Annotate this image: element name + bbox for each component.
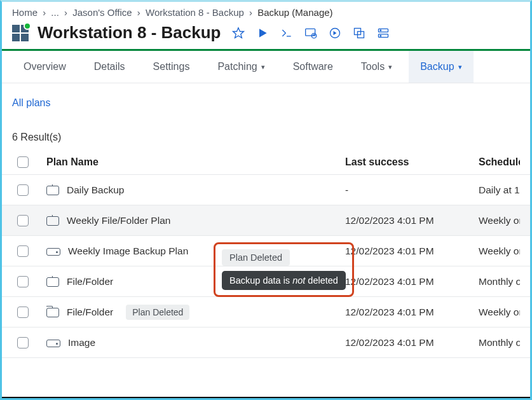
plan-deleted-callout: Plan Deleted Backup data is not deleted: [214, 242, 354, 297]
schedule: Daily at 1:0: [479, 184, 520, 196]
last-success: 12/02/2023 4:01 PM: [345, 337, 479, 348]
last-success: -: [345, 184, 479, 196]
row-checkbox[interactable]: [17, 276, 29, 287]
windows-duplicate-icon[interactable]: [353, 27, 365, 39]
schedule: Weekly on: [479, 307, 520, 318]
plan-name: Weekly Image Backup Plan: [68, 245, 188, 257]
drive-icon: [46, 340, 60, 347]
plan-deleted-badge: Plan Deleted: [126, 305, 189, 320]
table-row[interactable]: Daily Backup - Daily at 1:0: [2, 175, 530, 205]
schedule: Monthly o: [479, 337, 520, 348]
chevron-down-icon: ▾: [458, 63, 462, 71]
chevron-down-icon: ▾: [388, 63, 392, 71]
folder-icon: [46, 277, 59, 287]
result-count: 6 Result(s): [2, 113, 530, 149]
row-checkbox[interactable]: [17, 337, 29, 348]
folder-icon: [46, 308, 59, 317]
svg-point-10: [380, 30, 381, 31]
subnav: All plans: [2, 83, 530, 113]
title-bar: Workstation 8 - Backup: [2, 22, 530, 51]
row-checkbox[interactable]: [17, 245, 29, 257]
link-all-plans[interactable]: All plans: [12, 97, 50, 108]
table-row[interactable]: Image 12/02/2023 4:01 PM Monthly o: [2, 328, 530, 358]
crumb-ellipsis[interactable]: ...: [51, 7, 59, 18]
col-last-success[interactable]: Last success: [345, 156, 479, 168]
remote-desktop-icon[interactable]: [304, 27, 317, 39]
last-success: 12/02/2023 4:01 PM: [345, 307, 479, 318]
tab-patching[interactable]: Patching▾: [206, 51, 276, 83]
crumb-home[interactable]: Home: [12, 7, 38, 18]
plan-name: File/Folder: [67, 307, 113, 318]
tab-tools[interactable]: Tools▾: [350, 51, 404, 83]
tabs: Overview Details Settings Patching▾ Soft…: [2, 51, 530, 83]
table-row[interactable]: File/Folder Plan Deleted 12/02/2023 4:01…: [2, 297, 530, 328]
tab-software[interactable]: Software: [282, 51, 344, 83]
col-schedule[interactable]: Schedule: [479, 156, 520, 168]
status-online-icon: [24, 22, 31, 30]
col-plan-name[interactable]: Plan Name: [46, 156, 345, 168]
schedule: Monthly o: [479, 276, 520, 287]
row-checkbox[interactable]: [17, 307, 29, 318]
breadcrumb: Home › ... › Jason's Office › Workstatio…: [2, 2, 530, 22]
plan-name: Image: [68, 337, 95, 348]
sync-icon[interactable]: [329, 27, 341, 39]
folder-icon: [46, 186, 59, 195]
plan-name: Daily Backup: [67, 184, 124, 196]
tab-overview[interactable]: Overview: [12, 51, 78, 83]
crumb-current: Backup (Manage): [257, 7, 332, 18]
last-success: 12/02/2023 4:01 PM: [345, 245, 479, 257]
tab-settings[interactable]: Settings: [142, 51, 201, 83]
crumb-site[interactable]: Jason's Office: [72, 7, 132, 18]
plan-name: File/Folder: [67, 276, 113, 287]
drive-icon: [46, 248, 60, 256]
plan-name: Weekly File/Folder Plan: [67, 215, 170, 226]
page-title: Workstation 8 - Backup: [38, 23, 221, 43]
table-header: Plan Name Last success Schedule: [2, 149, 530, 175]
folder-icon: [46, 216, 59, 226]
plan-deleted-badge[interactable]: Plan Deleted: [222, 249, 290, 266]
svg-marker-1: [259, 29, 267, 37]
schedule: Weekly on: [479, 215, 520, 226]
tab-backup[interactable]: Backup▾: [409, 51, 473, 83]
last-success: 12/02/2023 4:01 PM: [345, 215, 479, 226]
play-icon[interactable]: [256, 27, 269, 39]
chevron-down-icon: ▾: [261, 63, 265, 71]
row-checkbox[interactable]: [17, 215, 29, 226]
server-icon[interactable]: [377, 27, 390, 39]
last-success: 12/02/2023 4:01 PM: [345, 276, 479, 287]
favorite-star-icon[interactable]: [232, 27, 245, 39]
tab-details[interactable]: Details: [83, 51, 137, 83]
windows-icon: [12, 25, 29, 41]
row-checkbox[interactable]: [17, 184, 29, 196]
terminal-icon[interactable]: [280, 27, 293, 39]
select-all-checkbox[interactable]: [17, 156, 29, 168]
schedule: Weekly on: [479, 245, 520, 257]
table-row[interactable]: Weekly File/Folder Plan 12/02/2023 4:01 …: [2, 205, 530, 236]
tooltip: Backup data is not deleted: [222, 271, 346, 290]
svg-marker-0: [233, 27, 244, 38]
crumb-device[interactable]: Workstation 8 - Backup: [146, 7, 244, 18]
svg-point-11: [380, 35, 381, 36]
